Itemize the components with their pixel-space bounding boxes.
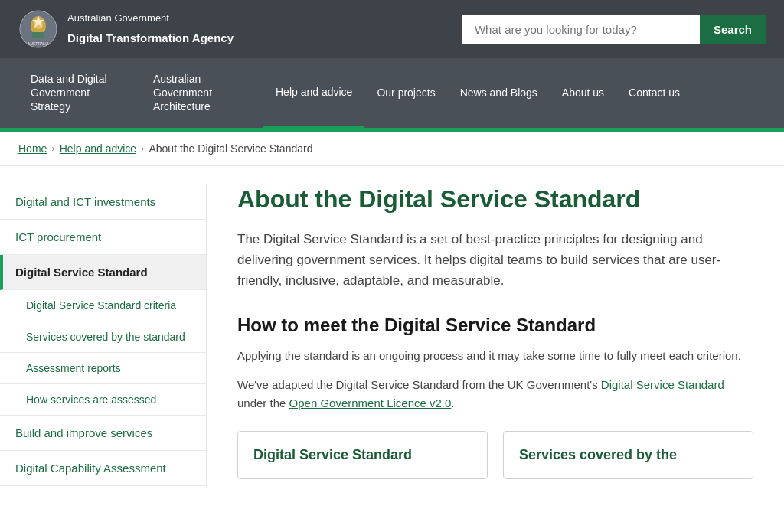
search-input[interactable]	[462, 15, 700, 44]
coat-of-arms-icon: AUSTRALIA	[18, 9, 58, 49]
sidebar-item-digital-service-standard[interactable]: Digital Service Standard	[0, 255, 206, 290]
agency-text-block: Australian Government Digital Transforma…	[67, 12, 234, 45]
breadcrumb-sep-1: ›	[51, 142, 54, 154]
svg-rect-4	[32, 32, 44, 38]
body-para-1: Applying the standard is an ongoing proc…	[237, 347, 753, 365]
breadcrumb-sep-2: ›	[141, 142, 144, 154]
main-layout: Digital and ICT investments ICT procurem…	[0, 166, 784, 504]
breadcrumb: Home › Help and advice › About the Digit…	[0, 132, 784, 166]
nav-item-data-digital[interactable]: Data and Digital Government Strategy	[18, 58, 141, 128]
sidebar-item-ict-procurement[interactable]: ICT procurement	[0, 220, 206, 255]
sidebar-item-digital-capability[interactable]: Digital Capability Assessment	[0, 451, 206, 486]
body-para-2-mid: under the	[237, 397, 289, 410]
card-dss[interactable]: Digital Service Standard	[237, 431, 488, 479]
breadcrumb-home[interactable]: Home	[18, 142, 47, 155]
nav-item-projects[interactable]: Our projects	[364, 58, 447, 128]
nav-item-about[interactable]: About us	[550, 58, 616, 128]
card-services-covered[interactable]: Services covered by the	[503, 431, 753, 479]
search-area: Search	[462, 15, 766, 44]
agency-sub: Digital Transformation Agency	[67, 28, 234, 46]
logo-area: AUSTRALIA Australian Government Digital …	[18, 9, 234, 49]
body-para-2-suffix: .	[451, 397, 454, 410]
sidebar-subitem-criteria[interactable]: Digital Service Standard criteria	[0, 290, 206, 321]
nav-item-help[interactable]: Help and advice	[263, 58, 364, 128]
page-title: About the Digital Service Standard	[237, 184, 753, 214]
sidebar-item-digital-ict[interactable]: Digital and ICT investments	[0, 184, 206, 220]
cards-row: Digital Service Standard Services covere…	[237, 431, 753, 479]
sidebar-subitem-services-covered[interactable]: Services covered by the standard	[0, 321, 206, 353]
sidebar-item-build-improve[interactable]: Build and improve services	[0, 416, 206, 451]
agency-name: Australian Government	[67, 12, 234, 25]
intro-paragraph: The Digital Service Standard is a set of…	[237, 229, 753, 292]
body-para-2: We've adapted the Digital Service Standa…	[237, 376, 753, 413]
card-dss-title: Digital Service Standard	[253, 447, 472, 463]
link-uk-dss[interactable]: Digital Service Standard	[601, 378, 724, 391]
sidebar-subitem-assessment-reports[interactable]: Assessment reports	[0, 353, 206, 384]
svg-text:AUSTRALIA: AUSTRALIA	[28, 41, 49, 46]
breadcrumb-parent[interactable]: Help and advice	[60, 142, 136, 155]
link-ogl[interactable]: Open Government Licence v2.0	[289, 397, 452, 410]
search-button[interactable]: Search	[700, 15, 766, 44]
sidebar: Digital and ICT investments ICT procurem…	[0, 184, 207, 486]
nav-item-architecture[interactable]: Australian Government Architecture	[141, 58, 263, 128]
section-heading-how-to-meet: How to meet the Digital Service Standard	[237, 315, 753, 336]
nav-item-news[interactable]: News and Blogs	[448, 58, 550, 128]
sidebar-subitem-how-assessed[interactable]: How services are assessed	[0, 384, 206, 416]
breadcrumb-current: About the Digital Service Standard	[149, 142, 312, 155]
card-services-covered-title: Services covered by the	[519, 447, 737, 463]
main-nav: Data and Digital Government Strategy Aus…	[0, 58, 784, 128]
nav-item-contact[interactable]: Contact us	[616, 58, 692, 128]
site-header: AUSTRALIA Australian Government Digital …	[0, 0, 784, 58]
body-para-2-prefix: We've adapted the Digital Service Standa…	[237, 378, 601, 391]
main-content: About the Digital Service Standard The D…	[207, 184, 784, 486]
